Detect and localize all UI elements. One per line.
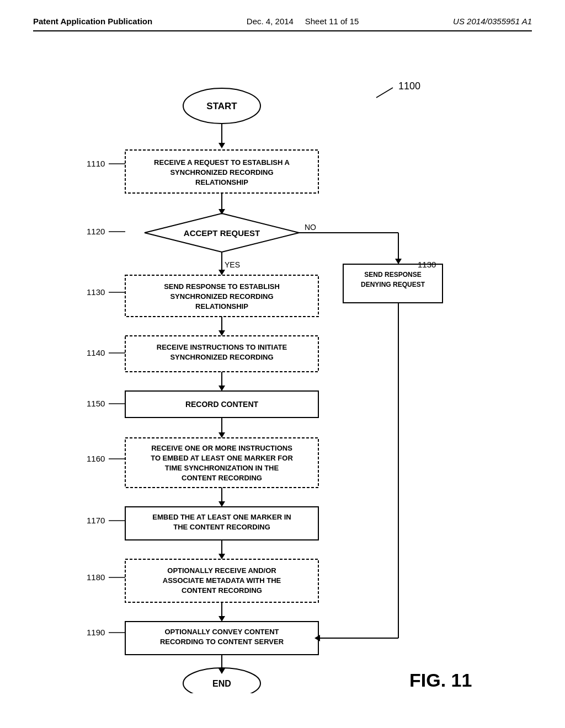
end-label: END <box>212 679 231 688</box>
n1150-text: RECORD CONTENT <box>185 400 259 409</box>
svg-marker-14 <box>218 330 225 336</box>
no-label: NO <box>305 223 316 232</box>
header-sheet: Sheet 11 of 15 <box>305 17 359 26</box>
n1130a-text-line1: SEND RESPONSE TO ESTABLISH <box>164 282 280 291</box>
header-date: Dec. 4, 2014 <box>247 17 294 26</box>
svg-marker-29 <box>218 616 225 622</box>
n1130a-label: 1130 <box>87 287 105 297</box>
n1190-text-line1: OPTIONALLY CONVEY CONTENT <box>164 628 279 636</box>
diagram-id-label: 1100 <box>398 81 420 92</box>
n1180-text-line3: CONTENT RECORDING <box>182 586 262 595</box>
flowchart-diagram: 1100 START 1110 RECEIVE A REQUEST TO EST… <box>33 42 532 693</box>
n1130a-text-line3: RELATIONSHIP <box>195 302 248 311</box>
n1110-text-line3: RELATIONSHIP <box>195 178 248 186</box>
n1120-label: 1120 <box>87 227 105 236</box>
n1160-text-line4: CONTENT RECORDING <box>182 474 262 482</box>
n1170-text-line2: THE CONTENT RECORDING <box>173 523 270 531</box>
n1190-label: 1190 <box>87 628 105 637</box>
svg-marker-2 <box>218 143 225 148</box>
n1140-text-line1: RECEIVE INSTRUCTIONS TO INITIATE <box>157 343 287 351</box>
n1140-text-line2: SYNCHRONIZED RECORDING <box>170 353 273 361</box>
n1160-label: 1160 <box>87 454 105 463</box>
page: Patent Application Publication Dec. 4, 2… <box>0 0 565 728</box>
n1170-text-line1: EMBED THE AT LEAST ONE MARKER IN <box>152 513 291 521</box>
n1160-text-line2: TO EMBED AT LEAST ONE MARKER FOR <box>151 454 293 462</box>
n1130a-text-line2: SYNCHRONIZED RECORDING <box>170 292 273 301</box>
n1110-text-line1: RECEIVE A REQUEST TO ESTABLISH A <box>154 158 290 167</box>
n1160-text-line3: TIME SYNCHRONIZATION IN THE <box>165 464 279 472</box>
svg-marker-23 <box>218 501 225 507</box>
svg-marker-11 <box>218 270 225 275</box>
svg-marker-35 <box>218 668 225 674</box>
yes-label: YES <box>225 260 240 269</box>
page-header: Patent Application Publication Dec. 4, 2… <box>33 17 532 31</box>
start-label: START <box>206 101 237 111</box>
header-date-sheet: Dec. 4, 2014 Sheet 11 of 15 <box>247 17 359 26</box>
header-publication: Patent Application Publication <box>33 17 152 26</box>
svg-marker-17 <box>218 386 225 391</box>
n1190-text-line2: RECORDING TO CONTENT SERVER <box>160 638 284 646</box>
n1110-label: 1110 <box>87 159 105 168</box>
svg-line-0 <box>376 88 393 98</box>
n1150-label: 1150 <box>87 399 105 408</box>
flowchart-svg: 1100 START 1110 RECEIVE A REQUEST TO EST… <box>34 42 531 693</box>
svg-marker-9 <box>395 259 402 264</box>
n1130b-text-line1: SEND RESPONSE <box>364 271 421 279</box>
svg-marker-20 <box>218 432 225 438</box>
n1120-text: ACCEPT REQUEST <box>184 228 260 238</box>
n1170-label: 1170 <box>87 516 105 525</box>
n1130b-text-line2: DENYING REQUEST <box>361 281 425 288</box>
svg-marker-33 <box>315 635 320 641</box>
figure-label: FIG. 11 <box>409 670 472 690</box>
n1180-text-line1: OPTIONALLY RECEIVE AND/OR <box>167 566 276 575</box>
n1180-label: 1180 <box>87 572 105 582</box>
svg-marker-26 <box>218 554 225 559</box>
n1160-text-line1: RECEIVE ONE OR MORE INSTRUCTIONS <box>151 444 292 452</box>
n1140-label: 1140 <box>87 348 105 357</box>
n1110-text-line2: SYNCHRONIZED RECORDING <box>170 168 273 176</box>
n1180-text-line2: ASSOCIATE METADATA WITH THE <box>163 576 281 585</box>
header-patent-number: US 2014/0355951 A1 <box>453 17 532 26</box>
